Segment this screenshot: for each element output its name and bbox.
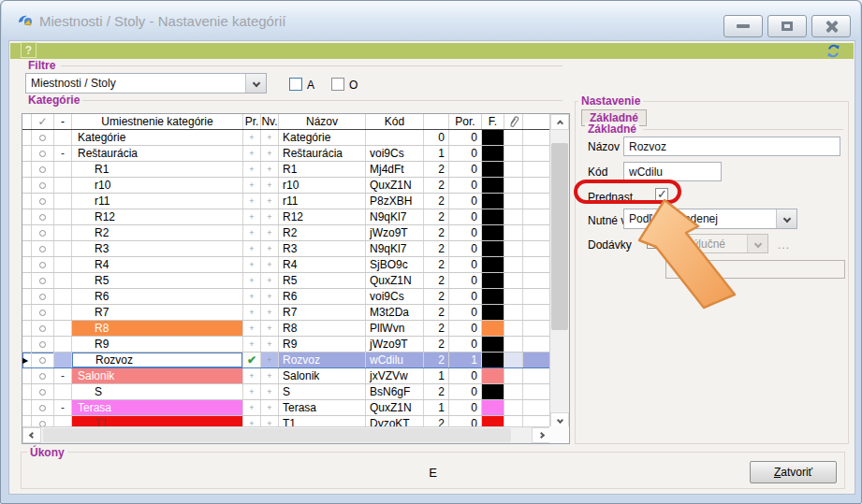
col-minus[interactable]: - <box>54 114 72 129</box>
level-cell[interactable]: 2 <box>424 194 449 209</box>
kod-cell[interactable]: jWzo9T <box>366 225 424 240</box>
row-check-cell[interactable] <box>32 368 54 383</box>
nv-cell[interactable]: + <box>261 178 279 193</box>
level-cell[interactable]: 1 <box>424 400 449 415</box>
por-cell[interactable]: 0 <box>449 162 482 177</box>
row-indicator-cell[interactable] <box>22 368 32 383</box>
nazov-cell[interactable]: Terasa <box>279 400 366 415</box>
attachment-cell[interactable] <box>504 130 523 145</box>
nv-cell[interactable]: + <box>261 273 279 288</box>
por-cell[interactable]: 0 <box>449 194 482 209</box>
level-cell[interactable]: 2 <box>424 273 449 288</box>
nazov-cell[interactable]: R5 <box>279 273 366 288</box>
attachment-cell[interactable] <box>504 400 523 415</box>
table-row[interactable]: r10++r10QuxZ1N20 <box>22 178 550 194</box>
scroll-right-button[interactable] <box>532 427 550 443</box>
nazov-input[interactable] <box>623 137 840 156</box>
placement-cell[interactable]: r11 <box>72 194 243 209</box>
level-cell[interactable]: 2 <box>424 241 449 256</box>
level-cell[interactable]: 2 <box>424 353 449 367</box>
color-swatch-cell[interactable] <box>482 289 504 304</box>
attachment-cell[interactable] <box>504 384 523 399</box>
level-cell[interactable]: 2 <box>424 305 449 320</box>
table-row[interactable]: -Reštaurácia++Reštauráciavoi9Cs10 <box>22 146 550 162</box>
filter-o-checkbox[interactable] <box>331 78 344 91</box>
kod-cell[interactable]: QuxZ1N <box>366 273 424 288</box>
color-swatch-cell[interactable] <box>482 194 504 209</box>
kod-input[interactable] <box>623 162 722 181</box>
row-check-cell[interactable] <box>32 400 54 415</box>
kod-cell[interactable]: P8zXBH <box>366 194 424 209</box>
nazov-cell[interactable]: Salonik <box>279 368 366 383</box>
nv-cell[interactable]: + <box>261 241 279 256</box>
row-indicator-cell[interactable] <box>22 162 32 177</box>
placement-cell[interactable]: R5 <box>72 273 243 288</box>
por-cell[interactable]: 0 <box>449 241 482 256</box>
row-check-cell[interactable] <box>32 130 54 145</box>
por-cell[interactable]: 0 <box>449 305 482 320</box>
nazov-cell[interactable]: Kategórie <box>279 130 366 145</box>
level-cell[interactable]: 0 <box>424 130 449 145</box>
table-row[interactable]: S++SBsN6gF20 <box>22 384 550 400</box>
row-indicator-cell[interactable] <box>22 321 32 336</box>
pr-cell[interactable]: + <box>243 305 261 320</box>
col-nazov[interactable]: Názov <box>279 114 366 129</box>
color-swatch-cell[interactable] <box>482 337 504 352</box>
attachment-cell[interactable] <box>504 146 523 161</box>
kod-cell[interactable] <box>366 130 424 145</box>
level-cell[interactable]: 1 <box>424 146 449 161</box>
col-f[interactable]: F. <box>482 114 504 129</box>
kod-cell[interactable]: jxVZVw <box>366 368 424 383</box>
col-kod[interactable]: Kód <box>366 114 424 129</box>
scroll-left-button[interactable] <box>22 427 41 443</box>
kod-cell[interactable]: BsN6gF <box>366 384 424 399</box>
row-check-cell[interactable] <box>32 321 54 336</box>
por-cell[interactable]: 0 <box>449 337 482 352</box>
attachment-cell[interactable] <box>504 305 523 320</box>
pr-cell[interactable]: + <box>243 241 261 256</box>
color-swatch-cell[interactable] <box>482 162 504 177</box>
row-indicator-cell[interactable]: ▶ <box>22 353 32 367</box>
nv-cell[interactable]: + <box>261 384 279 399</box>
kod-cell[interactable]: M3t2Da <box>366 305 424 320</box>
attachment-cell[interactable] <box>504 321 523 336</box>
filter-a-checkbox[interactable] <box>289 78 302 91</box>
row-check-cell[interactable] <box>32 162 54 177</box>
attachment-cell[interactable] <box>504 289 523 304</box>
attachment-cell[interactable] <box>504 225 523 240</box>
table-row[interactable]: R12++R12N9qKl720 <box>22 209 550 225</box>
row-check-cell[interactable] <box>32 225 54 240</box>
col-placement[interactable]: Umiestnenie kategórie <box>72 114 243 129</box>
row-indicator-cell[interactable] <box>22 178 32 193</box>
kod-cell[interactable]: N9qKl7 <box>366 209 424 224</box>
nazov-cell[interactable]: r10 <box>279 178 366 193</box>
row-collapse-cell[interactable] <box>54 305 72 320</box>
placement-cell[interactable]: R7 <box>72 305 243 320</box>
col-check[interactable]: ✓ <box>32 114 54 129</box>
scroll-up-button[interactable] <box>550 114 569 130</box>
pr-cell[interactable]: + <box>243 130 261 145</box>
row-collapse-cell[interactable] <box>54 178 72 193</box>
color-swatch-cell[interactable] <box>482 146 504 161</box>
row-collapse-cell[interactable] <box>54 241 72 256</box>
pr-cell[interactable]: + <box>243 400 261 415</box>
row-collapse-cell[interactable] <box>54 130 72 145</box>
row-collapse-cell[interactable] <box>54 289 72 304</box>
pr-cell[interactable]: ✔ <box>243 353 261 367</box>
color-swatch-cell[interactable] <box>482 368 504 383</box>
row-check-cell[interactable] <box>32 273 54 288</box>
close-button[interactable] <box>811 15 851 37</box>
por-cell[interactable]: 0 <box>449 146 482 161</box>
col-pr[interactable]: Pr. <box>243 114 261 129</box>
level-cell[interactable]: 2 <box>424 384 449 399</box>
help-button[interactable]: ? <box>21 42 37 58</box>
row-check-cell[interactable] <box>32 178 54 193</box>
nazov-cell[interactable]: R6 <box>279 289 366 304</box>
color-swatch-cell[interactable] <box>482 257 504 272</box>
table-row[interactable]: -Terasa++TerasaQuxZ1N10 <box>22 400 550 416</box>
row-indicator-cell[interactable] <box>22 130 32 145</box>
col-indicator[interactable] <box>22 114 32 129</box>
placement-cell[interactable]: R12 <box>72 209 243 224</box>
row-collapse-cell[interactable] <box>54 209 72 224</box>
level-cell[interactable]: 2 <box>424 162 449 177</box>
